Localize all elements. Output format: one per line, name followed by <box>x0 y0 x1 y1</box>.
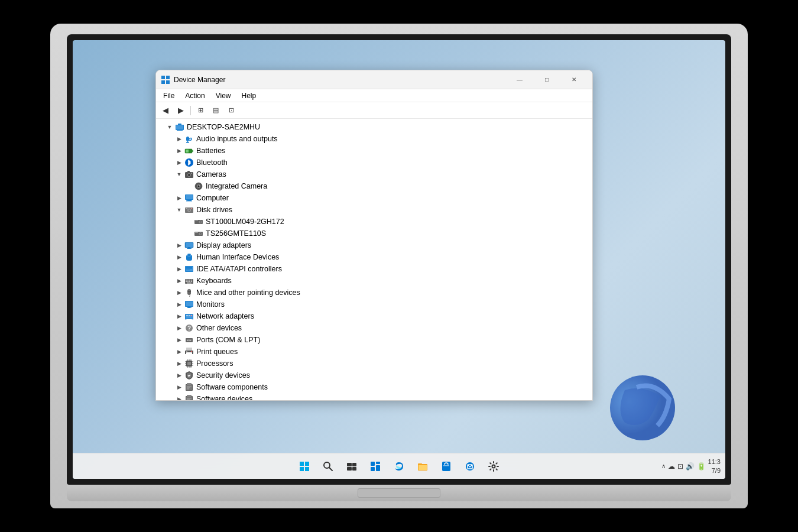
clock-date: 7/9 <box>712 466 721 475</box>
other-label: Other devices <box>196 324 242 332</box>
tree-item-computer[interactable]: ▶ Computer <box>156 192 592 204</box>
svg-rect-45 <box>187 248 192 249</box>
tree-item-keyboards[interactable]: ▶ <box>156 275 592 287</box>
svg-rect-37 <box>195 220 198 221</box>
svg-rect-55 <box>186 280 187 281</box>
sw-comp-icon <box>184 382 194 392</box>
svg-rect-20 <box>191 173 192 174</box>
ide-expand-icon: ▶ <box>175 265 183 273</box>
settings-button[interactable] <box>483 456 504 477</box>
forward-button[interactable]: ▶ <box>174 104 188 117</box>
explorer-button[interactable] <box>412 456 433 477</box>
tree-item-print[interactable]: ▶ Print queues <box>156 346 592 358</box>
svg-rect-44 <box>188 248 190 248</box>
sw-dev-label: Software devices <box>196 395 252 400</box>
svg-rect-8 <box>177 130 183 131</box>
taskview-button[interactable] <box>341 456 362 477</box>
ssd-icon <box>194 229 203 238</box>
tree-item-other[interactable]: ▶ ? Other devices <box>156 322 592 334</box>
computer-icon <box>184 193 194 203</box>
trackpad[interactable] <box>358 488 440 498</box>
svg-point-141 <box>492 465 495 468</box>
svg-rect-128 <box>347 467 352 471</box>
menu-help[interactable]: Help <box>237 90 261 101</box>
svg-rect-57 <box>189 280 190 281</box>
svg-rect-28 <box>186 200 192 202</box>
svg-rect-108 <box>187 383 192 385</box>
search-button[interactable] <box>317 456 339 477</box>
maximize-button[interactable]: □ <box>533 70 560 89</box>
title-bar: Device Manager — □ ✕ <box>156 70 592 89</box>
tree-root[interactable]: ▼ DESKTOP-SAE2MHU <box>156 121 592 133</box>
disk-drives-label: Disk drives <box>196 206 232 214</box>
root-icon <box>175 122 184 132</box>
tree-item-monitors[interactable]: ▶ Monitors <box>156 299 592 310</box>
svg-rect-53 <box>186 270 190 270</box>
svg-rect-70 <box>188 307 190 307</box>
tree-item-ports[interactable]: ▶ Ports (COM & LPT) <box>156 334 592 346</box>
tree-item-software-devices[interactable]: ▶ Software devices <box>156 393 592 400</box>
properties-button[interactable]: ⊞ <box>193 104 207 117</box>
processors-label: Processors <box>196 359 233 368</box>
print-icon <box>184 347 194 356</box>
svg-rect-130 <box>371 462 375 466</box>
svg-rect-74 <box>186 315 188 316</box>
tree-item-bluetooth[interactable]: ▶ Bluetooth <box>156 157 592 168</box>
tree-item-processors[interactable]: ▶ <box>156 358 592 369</box>
tree-item-mice[interactable]: ▶ Mice and other pointing devices <box>156 287 592 299</box>
batteries-expand-icon: ▶ <box>175 147 183 155</box>
store-button[interactable] <box>436 456 457 477</box>
edge-button[interactable] <box>388 456 410 477</box>
widgets-button[interactable] <box>365 456 386 477</box>
close-button[interactable]: ✕ <box>560 70 588 89</box>
svg-rect-6 <box>178 124 181 125</box>
tree-item-cameras[interactable]: ▼ Cameras <box>156 168 592 180</box>
svg-rect-122 <box>300 467 304 471</box>
tree-item-integrated-camera[interactable]: ▶ Integrated Camera <box>156 180 592 192</box>
tree-item-batteries[interactable]: ▶ Batteries <box>156 145 592 157</box>
svg-rect-27 <box>187 200 191 200</box>
windows-logo <box>607 372 678 443</box>
mail-button[interactable] <box>459 456 481 477</box>
scan-button[interactable]: ▤ <box>209 104 223 117</box>
tree-item-ide[interactable]: ▶ IDE ATA/ATAPI controllers <box>156 263 592 275</box>
svg-rect-88 <box>191 351 192 352</box>
ic-label: Integrated Camera <box>206 182 267 190</box>
tree-item-ssd[interactable]: ▶ TS256GMTE110S <box>156 228 592 239</box>
system-tray-arrow[interactable]: ∧ <box>661 463 666 469</box>
tree-item-software-components[interactable]: ▶ Software components <box>156 381 592 393</box>
volume-icon[interactable]: 🔊 <box>686 462 695 471</box>
tree-item-display[interactable]: ▶ Display adapters <box>156 239 592 251</box>
tree-item-disk-drives[interactable]: ▼ Disk drives <box>156 204 592 216</box>
taskbar-clock[interactable]: 11:3 7/9 <box>708 458 721 475</box>
menu-action[interactable]: Action <box>180 90 209 101</box>
hid-expand-icon: ▶ <box>175 253 183 261</box>
svg-rect-33 <box>191 208 192 209</box>
back-button[interactable]: ◀ <box>158 104 173 117</box>
svg-rect-86 <box>186 352 192 355</box>
minimize-button[interactable]: — <box>506 70 533 89</box>
device-tree[interactable]: ▼ DESKTOP-SAE2MHU <box>156 119 592 400</box>
security-label: Security devices <box>196 371 250 379</box>
tree-item-hdd[interactable]: ▶ ST1000LM049-2GH172 <box>156 216 592 228</box>
print-expand-icon: ▶ <box>175 348 183 356</box>
laptop-screen: Device Manager — □ ✕ File Action View He… <box>73 40 725 479</box>
start-button[interactable] <box>294 456 315 477</box>
svg-rect-7 <box>176 125 183 129</box>
svg-rect-81 <box>187 340 188 340</box>
svg-rect-52 <box>186 268 192 269</box>
bluetooth-expand-icon: ▶ <box>175 158 183 167</box>
batteries-icon <box>184 146 194 155</box>
mice-label: Mice and other pointing devices <box>196 288 300 297</box>
menu-view[interactable]: View <box>211 90 236 101</box>
tree-item-security[interactable]: ▶ Security devices <box>156 369 592 381</box>
tree-item-hid[interactable]: ▶ Human Interface Devices <box>156 251 592 263</box>
view-resources-button[interactable]: ⊡ <box>224 104 238 117</box>
hid-icon <box>184 252 194 262</box>
menu-file[interactable]: File <box>158 90 179 101</box>
svg-rect-131 <box>376 462 380 464</box>
tree-item-audio[interactable]: ▶ Audio inputs and outputs <box>156 133 592 145</box>
audio-expand-icon: ▶ <box>175 135 183 143</box>
cameras-label: Cameras <box>196 170 226 179</box>
tree-item-network[interactable]: ▶ Network adapters <box>156 310 592 322</box>
